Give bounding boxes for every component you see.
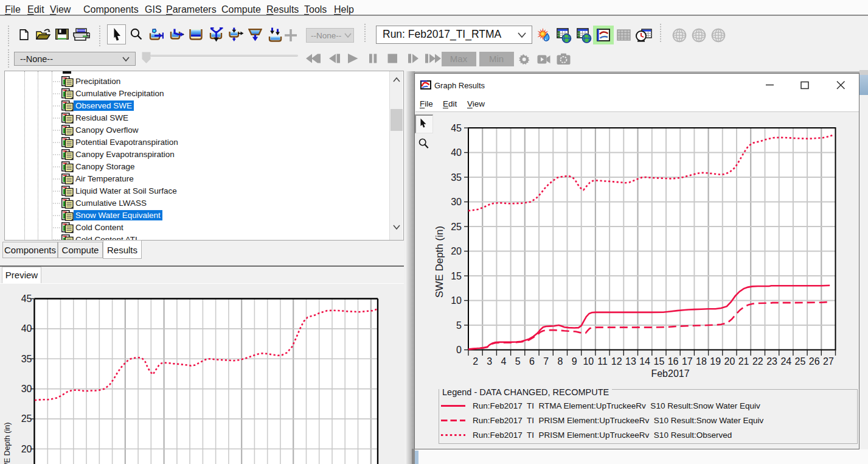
svg-text:20: 20 (724, 356, 735, 367)
svg-text:SWE Depth (in): SWE Depth (in) (434, 226, 445, 298)
svg-text:35: 35 (21, 354, 32, 364)
svg-text:11: 11 (597, 356, 608, 367)
svg-text:Feb2017: Feb2017 (651, 368, 689, 379)
svg-text:27: 27 (823, 356, 834, 367)
svg-text:16: 16 (668, 356, 679, 367)
svg-text:3: 3 (487, 356, 492, 367)
svg-text:35: 35 (451, 172, 462, 183)
svg-text:30: 30 (21, 384, 32, 394)
svg-text:8: 8 (557, 356, 563, 367)
svg-text:45: 45 (21, 294, 32, 304)
svg-text:SWE Depth (in): SWE Depth (in) (3, 423, 12, 464)
svg-text:40: 40 (451, 147, 462, 158)
svg-text:23: 23 (766, 356, 777, 367)
svg-text:15: 15 (451, 271, 462, 281)
svg-text:2: 2 (473, 356, 478, 367)
svg-text:45: 45 (451, 123, 462, 133)
svg-text:25: 25 (451, 222, 462, 232)
svg-text:20: 20 (451, 246, 462, 256)
svg-text:21: 21 (738, 356, 749, 367)
svg-text:7: 7 (543, 356, 549, 367)
svg-text:25: 25 (795, 356, 806, 367)
svg-text:12: 12 (611, 356, 622, 367)
svg-text:5: 5 (515, 356, 521, 367)
svg-text:5: 5 (456, 320, 462, 331)
svg-text:24: 24 (780, 356, 791, 367)
svg-text:4: 4 (501, 356, 507, 367)
svg-text:22: 22 (752, 356, 763, 367)
svg-text:19: 19 (710, 356, 721, 367)
svg-text:14: 14 (639, 356, 650, 367)
svg-text:13: 13 (625, 356, 636, 367)
svg-text:26: 26 (809, 356, 820, 367)
svg-text:30: 30 (451, 197, 462, 207)
svg-text:10: 10 (583, 356, 594, 367)
svg-text:0: 0 (456, 345, 462, 355)
svg-text:15: 15 (654, 356, 665, 367)
svg-text:18: 18 (696, 356, 707, 367)
svg-text:25: 25 (21, 413, 32, 424)
svg-text:10: 10 (451, 295, 462, 306)
svg-text:6: 6 (529, 356, 535, 367)
svg-text:20: 20 (21, 444, 32, 454)
svg-text:17: 17 (682, 356, 693, 367)
svg-text:9: 9 (572, 356, 577, 367)
svg-text:40: 40 (21, 323, 32, 334)
